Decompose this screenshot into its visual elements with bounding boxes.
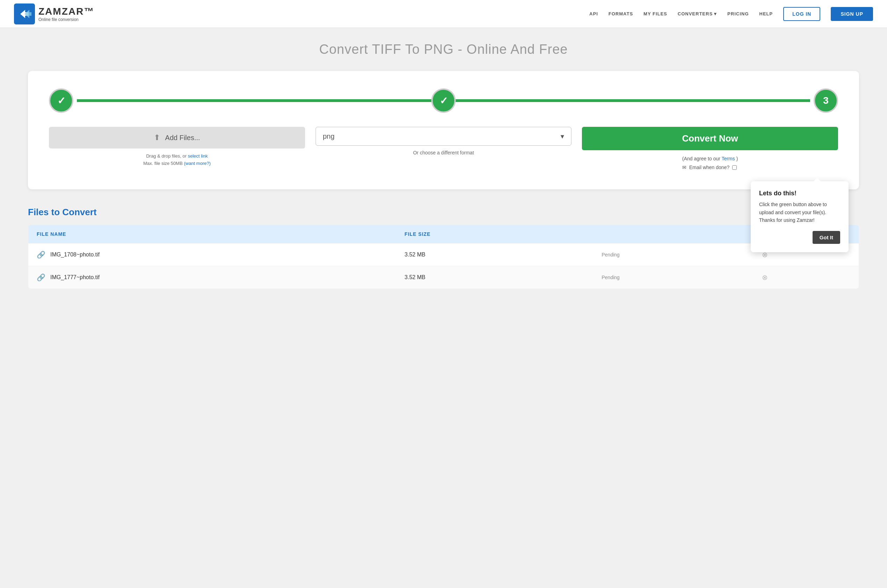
step-1-label: ✓ bbox=[57, 95, 65, 106]
converter-card: ✓ ✓ 3 ⬆ Add Files... Drag & drop files, … bbox=[28, 71, 859, 189]
main-nav: API FORMATS MY FILES CONVERTERS ▾ PRICIN… bbox=[589, 7, 873, 21]
add-files-button[interactable]: ⬆ Add Files... bbox=[49, 127, 305, 148]
files-title: Files to Convert bbox=[28, 207, 859, 218]
logo-text: ZAMZAR™ Online file conversion bbox=[39, 6, 95, 22]
add-files-help: Drag & drop files, or select link Max. f… bbox=[143, 153, 211, 167]
files-section: Files to Convert FILE NAME FILE SIZE 🔗 I… bbox=[28, 207, 859, 289]
header: ZAMZAR™ Online file conversion API FORMA… bbox=[0, 0, 887, 28]
table-row: 🔗 IMG_1777~photo.tif 3.52 MB Pending ⊗ bbox=[28, 266, 859, 289]
page-title: Convert TIFF To PNG - Online And Free bbox=[28, 42, 859, 57]
table-header-row: FILE NAME FILE SIZE bbox=[28, 225, 859, 243]
format-chevron-icon: ▾ bbox=[561, 132, 564, 141]
convert-now-button[interactable]: Convert Now bbox=[582, 127, 838, 150]
signup-button[interactable]: SIGN UP bbox=[831, 7, 873, 21]
nav-help[interactable]: HELP bbox=[759, 11, 773, 16]
max-size-text: Max. file size 50MB bbox=[143, 161, 183, 166]
terms-link[interactable]: Terms bbox=[722, 156, 735, 161]
col-status bbox=[593, 225, 753, 243]
step-3-label: 3 bbox=[823, 95, 828, 106]
nav-converters[interactable]: CONVERTERS ▾ bbox=[678, 11, 717, 16]
want-more-link[interactable]: (want more?) bbox=[184, 161, 211, 166]
status-badge: Pending bbox=[602, 252, 619, 258]
nav-pricing[interactable]: PRICING bbox=[727, 11, 749, 16]
select-link[interactable]: select link bbox=[188, 153, 208, 159]
status-badge: Pending bbox=[602, 274, 619, 280]
got-it-button[interactable]: Got It bbox=[813, 231, 840, 244]
format-help: Or choose a different format bbox=[413, 150, 474, 156]
main-content: Convert TIFF To PNG - Online And Free ✓ … bbox=[0, 28, 887, 303]
email-checkbox[interactable] bbox=[732, 165, 737, 170]
add-files-col: ⬆ Add Files... Drag & drop files, or sel… bbox=[49, 127, 305, 167]
add-files-label: Add Files... bbox=[165, 134, 200, 142]
convert-col: Convert Now (And agree to our Terms ) ✉ … bbox=[582, 127, 838, 172]
format-col: png ▾ Or choose a different format bbox=[315, 127, 572, 156]
file-icon: 🔗 bbox=[37, 273, 45, 282]
table-row: 🔗 IMG_1708~photo.tif 3.52 MB Pending ⊗ bbox=[28, 243, 859, 266]
terms-pre: (And agree to our bbox=[682, 156, 720, 161]
nav-my-files[interactable]: MY FILES bbox=[644, 11, 667, 16]
nav-formats[interactable]: FORMATS bbox=[608, 11, 633, 16]
login-button[interactable]: LOG IN bbox=[783, 7, 820, 21]
email-label: Email when done? bbox=[689, 163, 729, 172]
convert-help: (And agree to our Terms ) ✉ Email when d… bbox=[682, 154, 738, 172]
steps-row: ✓ ✓ 3 bbox=[49, 88, 838, 113]
drag-drop-text: Drag & drop files, or bbox=[146, 153, 187, 159]
step-1-circle: ✓ bbox=[49, 88, 74, 113]
logo[interactable]: ZAMZAR™ Online file conversion bbox=[14, 3, 95, 24]
logo-icon bbox=[14, 3, 35, 24]
file-status: Pending bbox=[593, 266, 753, 289]
files-title-highlight: Convert bbox=[62, 207, 96, 217]
step-2-circle: ✓ bbox=[431, 88, 456, 113]
logo-sub: Online file conversion bbox=[39, 17, 95, 22]
col-file-size: FILE SIZE bbox=[396, 225, 593, 243]
file-status: Pending bbox=[593, 243, 753, 266]
remove-file-button[interactable]: ⊗ bbox=[762, 273, 768, 282]
files-title-pre: Files to bbox=[28, 207, 60, 217]
col-file-name: FILE NAME bbox=[28, 225, 396, 243]
file-name-cell: 🔗 IMG_1708~photo.tif bbox=[28, 243, 396, 266]
files-table: FILE NAME FILE SIZE 🔗 IMG_1708~photo.tif… bbox=[28, 225, 859, 289]
tooltip-text: Click the green button above to upload a… bbox=[759, 201, 840, 224]
tooltip-title: Lets do this! bbox=[759, 190, 840, 197]
tooltip-popup: Lets do this! Click the green button abo… bbox=[751, 182, 848, 252]
file-name: IMG_1708~photo.tif bbox=[50, 252, 100, 258]
file-icon: 🔗 bbox=[37, 250, 45, 259]
logo-name: ZAMZAR™ bbox=[39, 6, 95, 17]
step-2-label: ✓ bbox=[440, 95, 448, 106]
file-size: 3.52 MB bbox=[396, 243, 593, 266]
file-name-cell: 🔗 IMG_1777~photo.tif bbox=[28, 266, 396, 289]
email-row: ✉ Email when done? bbox=[682, 163, 738, 172]
actions-row: ⬆ Add Files... Drag & drop files, or sel… bbox=[49, 127, 838, 172]
nav-api[interactable]: API bbox=[589, 11, 598, 16]
chevron-down-icon: ▾ bbox=[714, 11, 717, 16]
format-value: png bbox=[323, 132, 335, 141]
terms-post: ) bbox=[736, 156, 738, 161]
upload-icon: ⬆ bbox=[154, 133, 160, 142]
step-3-circle: 3 bbox=[813, 88, 838, 113]
file-name: IMG_1777~photo.tif bbox=[50, 274, 100, 280]
format-select[interactable]: png ▾ bbox=[315, 127, 572, 146]
file-size: 3.52 MB bbox=[396, 266, 593, 289]
file-actions: ⊗ bbox=[753, 266, 859, 289]
email-icon: ✉ bbox=[682, 163, 686, 172]
svg-marker-1 bbox=[24, 10, 32, 18]
